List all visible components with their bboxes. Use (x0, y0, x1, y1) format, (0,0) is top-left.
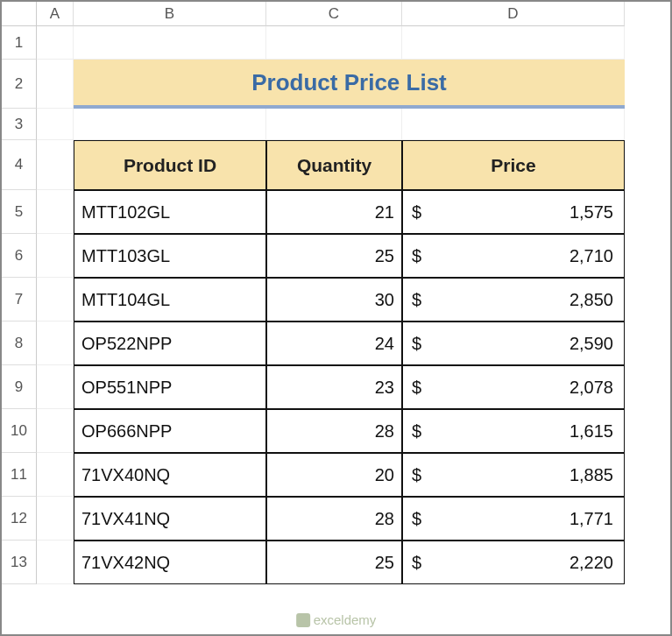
currency-symbol: $ (412, 202, 421, 223)
currency-symbol: $ (412, 246, 421, 266)
watermark-icon (296, 613, 310, 627)
table-cell-qty[interactable]: 24 (266, 322, 402, 365)
col-header-a[interactable]: A (37, 2, 74, 26)
price-value: 2,710 (569, 246, 613, 266)
row-header-13[interactable]: 13 (2, 541, 37, 584)
table-cell-price[interactable]: $2,850 (402, 278, 625, 322)
header-quantity[interactable]: Quantity (266, 140, 402, 190)
cell-c1[interactable] (266, 26, 402, 60)
row-header-4[interactable]: 4 (2, 140, 37, 190)
cell-a13[interactable] (37, 541, 74, 584)
cell-a4[interactable] (37, 140, 74, 190)
col-header-c[interactable]: C (266, 2, 402, 26)
table-cell-price[interactable]: $2,590 (402, 322, 625, 365)
row-header-1[interactable]: 1 (2, 26, 37, 60)
table-cell-price[interactable]: $2,220 (402, 541, 625, 584)
table-cell-qty[interactable]: 28 (266, 409, 402, 453)
price-value: 2,078 (569, 378, 613, 398)
table-cell-qty[interactable]: 30 (266, 278, 402, 322)
table-cell-product[interactable]: MTT104GL (74, 278, 266, 322)
cell-a7[interactable] (37, 278, 74, 322)
currency-symbol: $ (412, 553, 421, 573)
currency-symbol: $ (412, 421, 421, 442)
cell-a11[interactable] (37, 453, 74, 497)
cell-a3[interactable] (37, 109, 74, 140)
header-product-id[interactable]: Product ID (74, 140, 266, 190)
price-value: 2,590 (569, 334, 613, 354)
cell-a12[interactable] (37, 497, 74, 541)
header-price[interactable]: Price (402, 140, 625, 190)
price-value: 1,771 (569, 509, 613, 529)
row-header-2[interactable]: 2 (2, 60, 37, 109)
table-cell-product[interactable]: OP522NPP (74, 322, 266, 365)
table-cell-price[interactable]: $2,078 (402, 365, 625, 409)
table-cell-product[interactable]: MTT103GL (74, 234, 266, 278)
currency-symbol: $ (412, 465, 421, 485)
table-cell-price[interactable]: $1,771 (402, 497, 625, 541)
table-cell-price[interactable]: $1,575 (402, 190, 625, 234)
table-cell-price[interactable]: $2,710 (402, 234, 625, 278)
cell-d1[interactable] (402, 26, 625, 60)
row-header-12[interactable]: 12 (2, 497, 37, 541)
row-header-7[interactable]: 7 (2, 278, 37, 322)
cell-a5[interactable] (37, 190, 74, 234)
row-header-6[interactable]: 6 (2, 234, 37, 278)
cell-a10[interactable] (37, 409, 74, 453)
table-cell-product[interactable]: MTT102GL (74, 190, 266, 234)
price-value: 1,575 (569, 202, 613, 223)
price-value: 2,850 (569, 290, 613, 310)
row-header-3[interactable]: 3 (2, 109, 37, 140)
table-cell-qty[interactable]: 20 (266, 453, 402, 497)
cell-a9[interactable] (37, 365, 74, 409)
row-header-9[interactable]: 9 (2, 365, 37, 409)
select-all-corner[interactable] (2, 2, 37, 26)
cell-a6[interactable] (37, 234, 74, 278)
currency-symbol: $ (412, 378, 421, 398)
cell-a1[interactable] (37, 26, 74, 60)
title-cell[interactable]: Product Price List (74, 60, 625, 109)
table-cell-qty[interactable]: 21 (266, 190, 402, 234)
cell-b1[interactable] (74, 26, 266, 60)
row-header-5[interactable]: 5 (2, 190, 37, 234)
col-header-d[interactable]: D (402, 2, 625, 26)
table-cell-qty[interactable]: 25 (266, 234, 402, 278)
table-cell-price[interactable]: $1,615 (402, 409, 625, 453)
currency-symbol: $ (412, 509, 421, 529)
currency-symbol: $ (412, 334, 421, 354)
price-value: 2,220 (569, 553, 613, 573)
table-cell-price[interactable]: $1,885 (402, 453, 625, 497)
currency-symbol: $ (412, 290, 421, 310)
col-header-b[interactable]: B (74, 2, 266, 26)
price-value: 1,885 (569, 465, 613, 485)
table-cell-product[interactable]: 71VX40NQ (74, 453, 266, 497)
table-cell-product[interactable]: 71VX42NQ (74, 541, 266, 584)
cell-d3[interactable] (402, 109, 625, 140)
row-header-10[interactable]: 10 (2, 409, 37, 453)
table-cell-qty[interactable]: 25 (266, 541, 402, 584)
spreadsheet-grid: A B C D 1 2 Product Price List 3 4 Produ… (2, 2, 670, 584)
watermark-brand: exceldemy (314, 612, 377, 627)
row-header-11[interactable]: 11 (2, 453, 37, 497)
cell-c3[interactable] (266, 109, 402, 140)
table-cell-product[interactable]: OP666NPP (74, 409, 266, 453)
table-cell-qty[interactable]: 28 (266, 497, 402, 541)
row-header-8[interactable]: 8 (2, 322, 37, 365)
table-cell-product[interactable]: 71VX41NQ (74, 497, 266, 541)
table-cell-qty[interactable]: 23 (266, 365, 402, 409)
cell-a2[interactable] (37, 60, 74, 109)
table-cell-product[interactable]: OP551NPP (74, 365, 266, 409)
price-value: 1,615 (569, 421, 613, 442)
cell-b3[interactable] (74, 109, 266, 140)
cell-a8[interactable] (37, 322, 74, 365)
watermark: exceldemy (296, 612, 377, 627)
